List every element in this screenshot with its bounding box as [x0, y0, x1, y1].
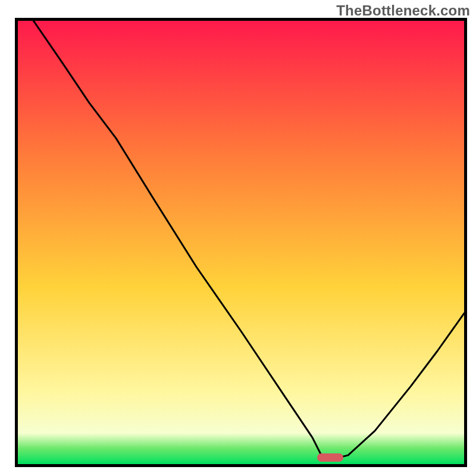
optimum-marker [317, 453, 343, 462]
bottleneck-curve [18, 21, 464, 464]
chart-frame: TheBottleneck.com [0, 0, 476, 476]
watermark-text: TheBottleneck.com [336, 2, 470, 19]
plot-area [15, 18, 467, 467]
